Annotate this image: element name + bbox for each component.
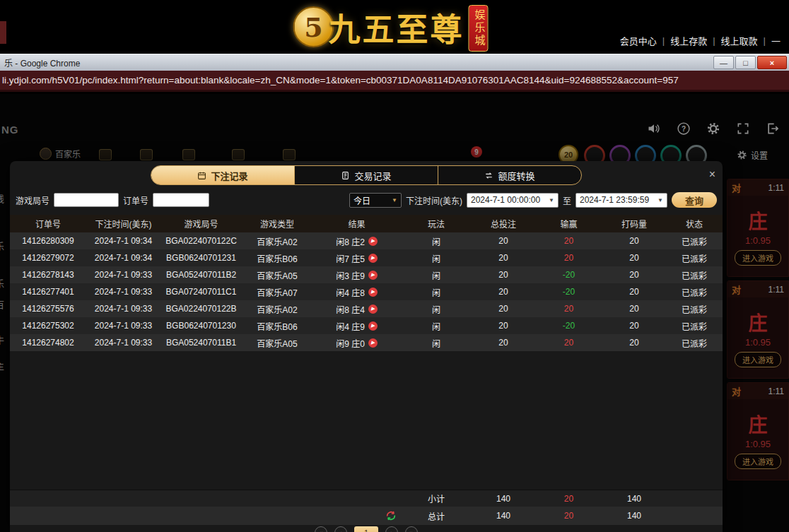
cell-time: 2024-7-1 09:33 [86,334,160,351]
screen: 5 九五至尊 娱乐城 会员中心 | 线上存款 | 线上取款 | 一 乐 - Go… [0,0,789,532]
date-to-select[interactable]: 2024-7-1 23:59:59 ▼ [575,193,667,208]
round-input[interactable] [54,193,119,207]
result-text: 闲8 庄2 [336,235,365,247]
prev-page-button[interactable]: ‹ [334,526,347,532]
total-winloss: 20 [535,507,602,525]
replay-icon[interactable]: ▶ [368,338,378,348]
url-text[interactable]: li.ydjol.com/h5V01/pc/index.html?return=… [2,75,679,85]
browser-urlbar[interactable]: li.ydjol.com/h5V01/pc/index.html?return=… [0,71,789,92]
tab-transactions[interactable]: 交易记录 [295,166,438,184]
bet-time-label: 下注时间(美东) [406,194,462,206]
cell-time: 2024-7-1 09:33 [86,283,160,300]
minimize-button[interactable]: — [713,56,734,69]
table-row: 14126279072 2024-7-1 09:34 BGB0624070123… [10,249,723,266]
date-from-select[interactable]: 2024-7-1 00:00:00 ▼ [467,193,559,208]
cell-turnover: 20 [602,232,666,249]
result-text: 闲4 庄9 [336,320,365,332]
cell-bet: 20 [472,266,535,283]
header-fragment [0,21,6,44]
header-links: 会员中心 | 线上存款 | 线上取款 | 一 [620,34,781,47]
col-round: 游戏局号 [160,215,242,232]
cell-time: 2024-7-1 09:33 [86,317,160,334]
total-bet: 140 [472,507,535,525]
header-link-withdraw[interactable]: 线上取款 [721,34,758,47]
maximize-button[interactable]: □ [735,56,756,69]
cell-turnover: 20 [602,300,666,317]
total-turnover: 140 [602,507,666,525]
date-filter-group: 今日 ▼ 下注时间(美东) 2024-7-1 00:00:00 ▼ 至 2024… [349,192,717,208]
cell-bet: 20 [472,317,535,334]
cell-winloss: -20 [535,317,602,334]
cell-type: 百家乐B06 [242,317,312,334]
header-link-cutoff[interactable]: 一 [771,34,781,47]
cell-type: 百家乐A05 [242,266,312,283]
tab-label: 交易记录 [354,169,391,182]
pagination: « ‹ 1 › » [10,526,723,532]
tab-transfer[interactable]: 额度转换 [438,166,581,184]
cell-round: BGA0224070122B [160,300,242,317]
cell-bet: 20 [472,300,535,317]
cell-round: BGA052407011B2 [160,266,242,283]
tab-label: 额度转换 [498,169,534,182]
table-row: 14126280309 2024-7-1 09:34 BGA0224070122… [10,232,723,249]
document-icon [341,171,350,180]
replay-icon[interactable]: ▶ [368,254,378,263]
cell-winloss: 20 [535,232,602,249]
replay-icon[interactable]: ▶ [368,271,378,280]
search-button[interactable]: 查询 [672,192,717,208]
header-link-member[interactable]: 会员中心 [620,34,657,47]
cell-round: BGB06240701230 [160,317,242,334]
cell-winloss: 20 [535,249,602,266]
cell-order: 14126275302 [10,317,86,334]
cell-turnover: 20 [602,317,666,334]
page-number[interactable]: 1 [354,526,378,532]
cell-order: 14126279072 [10,249,86,266]
range-select[interactable]: 今日 ▼ [349,193,402,208]
col-bet: 总投注 [472,215,535,232]
to-label: 至 [563,194,571,206]
close-window-button[interactable]: × [757,56,787,69]
date-to-value: 2024-7-1 23:59:59 [580,195,649,205]
cell-turnover: 20 [602,334,666,351]
result-text: 闲7 庄5 [336,252,365,264]
cell-order: 14126277401 [10,283,86,300]
header-link-deposit[interactable]: 线上存款 [670,34,707,47]
cell-play: 闲 [401,283,472,300]
replay-icon[interactable]: ▶ [368,237,378,246]
cell-order: 14126280309 [10,232,86,249]
close-icon[interactable]: × [709,168,715,181]
replay-icon[interactable]: ▶ [368,321,378,331]
cell-status: 已派彩 [666,334,723,351]
replay-icon[interactable]: ▶ [368,288,378,297]
cell-result: 闲8 庄2▶ [312,232,401,249]
result-text: 闲8 庄4 [336,303,365,315]
table-row: 14126275302 2024-7-1 09:33 BGB0624070123… [10,317,723,334]
last-page-button[interactable]: » [405,526,418,532]
table-body: 14126280309 2024-7-1 09:34 BGA0224070122… [10,232,723,351]
subtotal-row: 小计 140 20 140 [10,490,723,507]
window-controls: — □ × [713,56,787,69]
col-status: 状态 [666,215,723,232]
refresh-icon[interactable] [385,510,397,521]
cell-play: 闲 [401,249,472,266]
cell-bet: 20 [472,249,535,266]
tab-bet-records[interactable]: 下注记录 [151,166,295,184]
first-page-button[interactable]: « [315,526,327,532]
filter-bar: 游戏局号 订单号 今日 ▼ 下注时间(美东) 2024-7-1 00:00:00… [16,192,717,208]
link-separator: | [764,35,766,46]
cell-result: 闲4 庄8▶ [312,283,401,300]
table-row: 14126274802 2024-7-1 09:33 BGA052407011B… [10,334,723,351]
result-text: 闲4 庄8 [336,286,365,298]
cell-play: 闲 [401,266,472,283]
table-row: 14126275576 2024-7-1 09:33 BGA0224070122… [10,300,723,317]
replay-icon[interactable]: ▶ [368,305,378,314]
round-filter-label: 游戏局号 [16,194,49,206]
cell-winloss: -20 [535,266,602,283]
cell-winloss: 20 [535,300,602,317]
result-text: 闲9 庄0 [336,337,365,349]
transfer-icon [484,171,493,180]
order-input[interactable] [153,193,209,207]
next-page-button[interactable]: › [385,526,398,532]
link-separator: | [713,35,715,46]
col-winloss: 输赢 [535,215,602,232]
